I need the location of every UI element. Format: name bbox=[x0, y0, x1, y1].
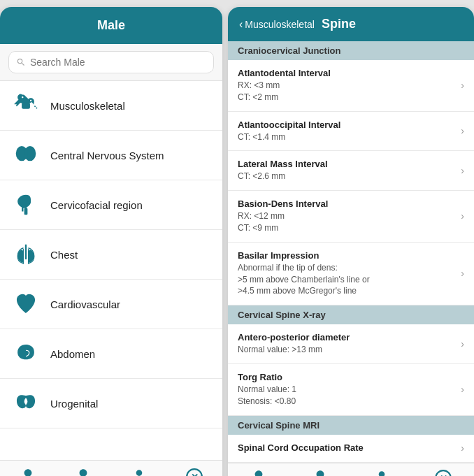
back-label: Musculoskeletal bbox=[245, 19, 315, 30]
heart-icon bbox=[11, 289, 41, 319]
kidney-icon bbox=[11, 389, 41, 418]
list-item-sub: Normal value: 1Stenosis: <0.80 bbox=[238, 384, 455, 408]
list-item[interactable]: Basilar Impression Abnormal if the tip o… bbox=[228, 243, 474, 305]
list-item-title: Basilar Impression bbox=[238, 250, 455, 261]
list-item-content: Antero-posterior diameter Normal value: … bbox=[238, 332, 455, 356]
list-item-sub: Abnormal if the tip of dens:>5 mm above … bbox=[238, 262, 455, 297]
right-tab-icon-child bbox=[373, 469, 391, 476]
list-item-sub: Normal value: >13 mm bbox=[238, 344, 455, 356]
right-tab-icon-male bbox=[250, 469, 268, 476]
back-button[interactable]: ‹ Musculoskeletal bbox=[239, 18, 315, 31]
list-item[interactable]: Lateral Mass Interval CT: <2.6 mm › bbox=[228, 151, 474, 191]
menu-label-cardiovascular: Cardiovascular bbox=[50, 298, 120, 310]
bone-icon bbox=[11, 91, 41, 120]
left-tab-male[interactable]: Male bbox=[0, 466, 56, 476]
search-wrapper bbox=[8, 51, 214, 73]
liver-icon bbox=[11, 339, 41, 368]
list-item-content: Atlantodental Interval RX: <3 mmCT: <2 m… bbox=[238, 68, 455, 103]
right-panel: ‹ Musculoskeletal Spine Craniocervical J… bbox=[228, 7, 474, 476]
tab-icon-male bbox=[19, 468, 37, 476]
right-tab-about[interactable]: ✕ About bbox=[412, 469, 474, 476]
back-chevron-icon: ‹ bbox=[239, 18, 243, 31]
right-title: Spine bbox=[322, 17, 356, 31]
menu-item-chest[interactable]: Chest bbox=[0, 230, 222, 280]
lungs-icon bbox=[11, 240, 41, 269]
left-tab-female[interactable]: Female bbox=[56, 466, 112, 476]
svg-rect-3 bbox=[24, 149, 28, 159]
list-item-title: Atlantodental Interval bbox=[238, 68, 455, 78]
list-item[interactable]: Spinal Cord Occupation Rate › bbox=[228, 435, 474, 463]
list-item-sub: CT: <1.4 mm bbox=[238, 131, 455, 143]
right-tab-child[interactable]: Child bbox=[351, 469, 412, 476]
section-header: Craniocervical Junction bbox=[228, 41, 474, 60]
menu-item-abdomen[interactable]: Abdomen bbox=[0, 329, 222, 379]
chevron-right-icon: › bbox=[461, 384, 464, 395]
menu-label-chest: Chest bbox=[50, 249, 78, 261]
menu-label-cervicofacial: Cervicofacial region bbox=[50, 199, 143, 211]
list-item-sub: CT: <2.6 mm bbox=[238, 171, 455, 182]
list-item[interactable]: Torg Ratio Normal value: 1Stenosis: <0.8… bbox=[228, 364, 474, 416]
left-title: Male bbox=[11, 18, 211, 33]
menu-label-abdomen: Abdomen bbox=[50, 348, 95, 360]
left-tab-about[interactable]: ✕ About bbox=[167, 466, 223, 476]
section-header: Cervical Spine MRI bbox=[228, 416, 474, 435]
section-header: Cervical Spine X-ray bbox=[228, 305, 474, 324]
chevron-right-icon: › bbox=[461, 442, 464, 454]
menu-item-urogenital[interactable]: Urogenital bbox=[0, 379, 222, 428]
right-tab-icon-female bbox=[311, 469, 329, 476]
search-input[interactable] bbox=[30, 57, 206, 68]
list-item-content: Atlantooccipital Interval CT: <1.4 mm bbox=[238, 120, 455, 143]
brain-icon bbox=[11, 140, 41, 170]
left-tab-bar: Male Female Child ✕ About bbox=[0, 460, 222, 476]
right-tab-bar: Male Female Child ✕ About bbox=[228, 463, 474, 476]
left-header: Male bbox=[0, 7, 222, 44]
right-tab-female[interactable]: Female bbox=[289, 469, 351, 476]
list-item-title: Lateral Mass Interval bbox=[238, 159, 455, 169]
menu-list: Musculoskeletal Central Nervous System C… bbox=[0, 81, 222, 460]
list-item-title: Antero-posterior diameter bbox=[238, 332, 455, 342]
list-item-content: Basion-Dens Interval RX: <12 mmCT: <9 mm bbox=[238, 199, 455, 234]
chevron-right-icon: › bbox=[461, 80, 464, 91]
list-item[interactable]: Antero-posterior diameter Normal value: … bbox=[228, 324, 474, 364]
svg-rect-0 bbox=[22, 102, 30, 109]
right-tab-icon-about: ✕ bbox=[434, 469, 452, 476]
right-header: ‹ Musculoskeletal Spine bbox=[228, 7, 474, 41]
svg-text:✕: ✕ bbox=[440, 473, 447, 476]
list-item-title: Atlantooccipital Interval bbox=[238, 120, 455, 130]
list-item[interactable]: Atlantooccipital Interval CT: <1.4 mm › bbox=[228, 112, 474, 152]
menu-label-musculoskeletal: Musculoskeletal bbox=[50, 100, 125, 112]
menu-item-cervicofacial[interactable]: Cervicofacial region bbox=[0, 180, 222, 230]
list-item[interactable]: Basion-Dens Interval RX: <12 mmCT: <9 mm… bbox=[228, 191, 474, 243]
right-content: Craniocervical Junction Atlantodental In… bbox=[228, 41, 474, 463]
list-item-title: Torg Ratio bbox=[238, 372, 455, 382]
chevron-right-icon: › bbox=[461, 268, 464, 279]
list-item-content: Lateral Mass Interval CT: <2.6 mm bbox=[238, 159, 455, 182]
tab-icon-about: ✕ bbox=[185, 468, 203, 476]
list-item-sub: RX: <12 mmCT: <9 mm bbox=[238, 210, 455, 234]
throat-icon bbox=[11, 190, 41, 219]
list-item-content: Basilar Impression Abnormal if the tip o… bbox=[238, 250, 455, 297]
list-item-title: Spinal Cord Occupation Rate bbox=[238, 442, 455, 453]
list-item[interactable]: Atlantodental Interval RX: <3 mmCT: <2 m… bbox=[228, 60, 474, 112]
right-tab-male[interactable]: Male bbox=[228, 469, 289, 476]
menu-label-urogenital: Urogenital bbox=[50, 398, 98, 410]
left-tab-child[interactable]: Child bbox=[111, 466, 167, 476]
list-item-content: Torg Ratio Normal value: 1Stenosis: <0.8… bbox=[238, 372, 455, 408]
search-icon bbox=[16, 57, 26, 67]
chevron-right-icon: › bbox=[461, 210, 464, 222]
menu-item-musculoskeletal[interactable]: Musculoskeletal bbox=[0, 81, 222, 131]
tab-icon-female bbox=[74, 468, 92, 476]
list-item-title: Basion-Dens Interval bbox=[238, 199, 455, 209]
menu-item-cns[interactable]: Central Nervous System bbox=[0, 131, 222, 180]
list-item-sub: RX: <3 mmCT: <2 mm bbox=[238, 80, 455, 103]
chevron-right-icon: › bbox=[461, 125, 464, 136]
left-panel: Male Musculoskeletal Central Nervous Sys… bbox=[0, 7, 222, 476]
chevron-right-icon: › bbox=[461, 338, 464, 349]
svg-text:✕: ✕ bbox=[191, 472, 199, 476]
list-item-content: Spinal Cord Occupation Rate bbox=[238, 442, 455, 454]
menu-label-cns: Central Nervous System bbox=[50, 150, 164, 161]
search-bar bbox=[0, 44, 222, 81]
svg-rect-4 bbox=[24, 208, 28, 215]
menu-item-cardiovascular[interactable]: Cardiovascular bbox=[0, 280, 222, 329]
tab-icon-child bbox=[130, 468, 148, 476]
